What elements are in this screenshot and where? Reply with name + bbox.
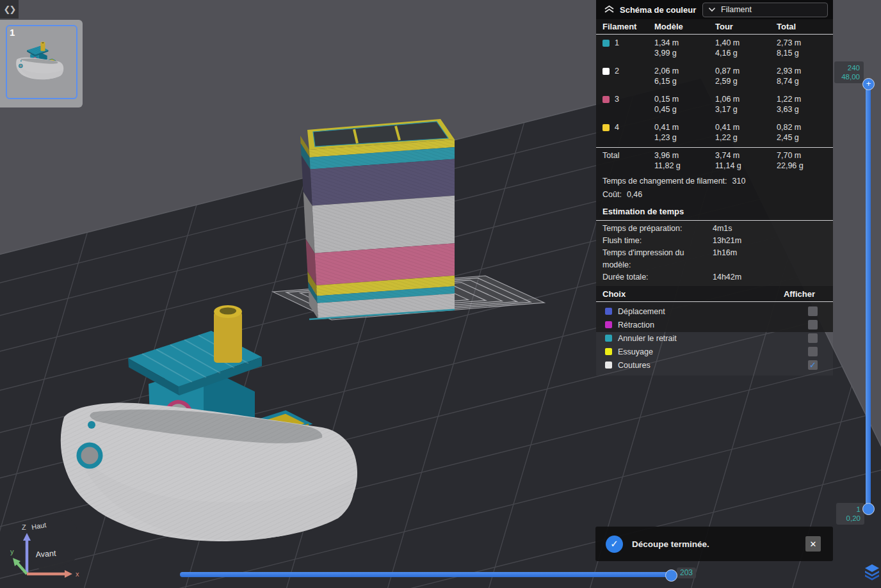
dropdown-value: Filament — [721, 5, 752, 14]
move-slider-handle[interactable] — [665, 569, 677, 582]
close-icon: ✕ — [810, 540, 817, 548]
axis-gizmo[interactable]: Haut Z Avant y x — [8, 512, 92, 585]
option-row: Essuyage ✓ — [596, 345, 833, 358]
application-window: ❮❯ 1 Schéma de couleur Filament Filament… — [0, 0, 881, 588]
option-color-swatch — [605, 335, 612, 342]
panel-header: Schéma de couleur Filament — [596, 0, 833, 19]
option-checkbox[interactable]: ✓ — [808, 360, 818, 370]
color-scheme-panel: Schéma de couleur Filament Filament Modè… — [596, 0, 833, 332]
move-slider-track[interactable] — [180, 572, 671, 577]
option-color-swatch — [605, 308, 612, 315]
option-checkbox[interactable]: ✓ — [808, 320, 818, 330]
filament-color-swatch — [602, 124, 610, 131]
table-row: 4 0,41 m1,23 g 0,41 m1,22 g 0,82 m2,45 g — [596, 119, 833, 147]
collapse-sidebar-button[interactable]: ❮❯ — [0, 0, 19, 19]
option-checkbox[interactable]: ✓ — [808, 306, 818, 316]
layer-bottom-tooltip: 10,20 — [836, 503, 864, 525]
options-list: Déplacement ✓ Rétraction ✓ Annuler le re… — [596, 302, 833, 376]
table-row: 3 0,15 m0,45 g 1,06 m3,17 g 1,22 m3,63 g — [596, 91, 833, 119]
filament-color-swatch — [602, 68, 610, 75]
gizmo-z-label: Z — [22, 523, 26, 531]
plate-thumbnail[interactable]: 1 — [0, 20, 83, 107]
option-checkbox[interactable]: ✓ — [808, 333, 818, 343]
option-row: Déplacement ✓ — [596, 305, 833, 318]
view-type-dropdown[interactable]: Filament — [702, 3, 828, 17]
plus-icon: + — [866, 79, 871, 88]
gizmo-x-axis — [65, 570, 72, 578]
cost-line: Coût:0,46 — [596, 188, 833, 202]
chevrons-icon: ❮❯ — [4, 4, 15, 14]
dropdown-chevron-icon — [708, 7, 716, 12]
benchy-porthole — [79, 445, 101, 466]
option-checkbox[interactable]: ✓ — [808, 347, 818, 356]
table-row: 1 1,34 m3,99 g 1,40 m4,16 g 2,73 m8,15 g — [596, 35, 833, 63]
option-color-swatch — [605, 362, 612, 369]
toast-notification: ✓ Découpe terminée. ✕ — [595, 527, 833, 561]
benchy-chimney — [214, 312, 242, 363]
gizmo-y-label: y — [10, 548, 14, 555]
option-row: Rétraction ✓ — [596, 318, 833, 331]
move-slider-value: 203 — [677, 568, 696, 578]
option-color-swatch — [605, 321, 612, 328]
toast-message: Découpe terminée. — [632, 539, 709, 549]
option-row: Coutures ✓ — [596, 358, 833, 372]
success-check-icon: ✓ — [606, 536, 623, 553]
time-estimation-rows: Temps de préparation:4m1s Flush time:13h… — [596, 221, 833, 286]
check-icon: ✓ — [809, 361, 816, 369]
gizmo-front-label: Avant — [35, 549, 56, 559]
filament-change-line: Temps de changement de filament:310 — [596, 175, 833, 188]
toast-close-button[interactable]: ✕ — [805, 536, 821, 552]
layer-slider-bottom-handle[interactable] — [862, 503, 875, 515]
panel-title: Schéma de couleur — [620, 5, 696, 15]
layer-slider-top-handle[interactable]: + — [862, 78, 875, 90]
table-total-row: Total 3,96 m11,82 g 3,74 m11,14 g 7,70 m… — [596, 147, 833, 175]
filament-color-swatch — [602, 40, 610, 47]
table-header: Filament Modèle Tour Total — [596, 19, 833, 35]
table-row: 2 2,06 m6,15 g 0,87 m2,59 g 2,93 m8,74 g — [596, 63, 833, 91]
layer-top-tooltip: 24048,00 — [834, 61, 864, 83]
time-estimation-title: Estimation de temps — [596, 202, 833, 221]
layers-icon[interactable] — [864, 564, 880, 581]
mini-benchy — [12, 36, 70, 90]
options-header: Choix Afficher — [596, 286, 833, 302]
collapse-panel-icon[interactable] — [604, 4, 615, 15]
filament-color-swatch — [602, 96, 610, 103]
option-row: Annuler le retrait ✓ — [596, 331, 833, 345]
gizmo-x-label: x — [76, 570, 79, 578]
layer-slider-track[interactable] — [866, 82, 871, 512]
option-color-swatch — [605, 348, 612, 355]
